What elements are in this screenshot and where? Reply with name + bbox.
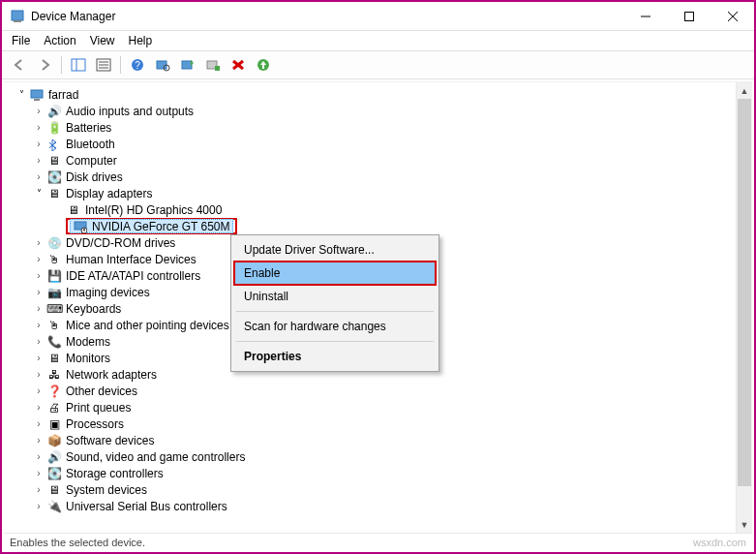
collapse-icon[interactable]: ˅: [33, 188, 45, 200]
close-button[interactable]: [711, 2, 754, 31]
maximize-button[interactable]: [667, 2, 711, 31]
expand-icon[interactable]: ›: [33, 418, 45, 430]
tree-item[interactable]: ›💽Storage controllers: [12, 465, 752, 481]
battery-icon: 🔋: [46, 120, 62, 136]
scroll-thumb[interactable]: [738, 99, 751, 486]
expand-icon[interactable]: ›: [33, 138, 45, 150]
tree-item[interactable]: ›💽Disk drives: [12, 169, 752, 185]
ctx-separator: [236, 341, 434, 342]
expand-icon[interactable]: ›: [33, 254, 45, 265]
expand-icon[interactable]: ›: [33, 369, 45, 381]
add-device-button[interactable]: [252, 54, 275, 76]
forward-button[interactable]: [33, 54, 56, 76]
tree-item-nvidia-gpu[interactable]: › NVIDIA GeForce GT 650M: [12, 218, 752, 234]
other-icon: ❓: [46, 384, 62, 399]
tree-item-intel-gpu[interactable]: ›🖥Intel(R) HD Graphics 4000: [12, 201, 752, 218]
expand-icon[interactable]: ›: [33, 106, 45, 117]
scroll-down-button[interactable]: ▼: [737, 516, 752, 533]
status-bar: Enables the selected device. wsxdn.com: [4, 533, 752, 550]
ctx-uninstall[interactable]: Uninstall: [234, 285, 436, 308]
expand-icon[interactable]: ›: [33, 484, 45, 496]
svg-rect-23: [34, 99, 40, 101]
vertical-scrollbar[interactable]: ▲ ▼: [736, 82, 752, 533]
ctx-update-driver[interactable]: Update Driver Software...: [234, 238, 436, 262]
menu-bar: File Action View Help: [2, 31, 754, 50]
svg-text:?: ?: [135, 60, 140, 71]
expand-icon[interactable]: ›: [33, 402, 45, 414]
system-icon: 🖥: [46, 482, 62, 498]
processor-icon: ▣: [46, 416, 62, 432]
network-icon: 🖧: [46, 367, 62, 383]
tree-item-display-adapters[interactable]: ˅🖥Display adapters: [12, 185, 752, 201]
scroll-up-button[interactable]: ▲: [737, 82, 752, 99]
expand-icon[interactable]: ›: [33, 270, 45, 282]
display-adapter-icon: 🖥: [46, 186, 62, 201]
display-adapter-icon: 🖥: [66, 202, 81, 218]
ctx-enable[interactable]: Enable: [234, 262, 436, 285]
expand-icon[interactable]: ›: [33, 451, 45, 463]
svg-rect-6: [72, 59, 85, 71]
toolbar: ?: [2, 50, 754, 79]
expand-icon[interactable]: ›: [33, 320, 45, 331]
tree-item[interactable]: ›▣Processors: [12, 416, 752, 432]
uninstall-button[interactable]: [227, 54, 250, 76]
expand-icon[interactable]: ›: [33, 435, 45, 446]
menu-file[interactable]: File: [12, 34, 30, 47]
expand-icon[interactable]: ›: [33, 171, 45, 183]
expand-icon[interactable]: ›: [33, 353, 45, 364]
tree-item[interactable]: ›🔊Sound, video and game controllers: [12, 448, 752, 465]
computer-icon: [29, 87, 45, 103]
tree-item[interactable]: ›🔊Audio inputs and outputs: [12, 103, 752, 119]
expand-icon[interactable]: ›: [33, 468, 45, 479]
properties-button[interactable]: [92, 54, 115, 76]
tree-item[interactable]: ›❓Other devices: [12, 383, 752, 399]
back-button[interactable]: [8, 54, 31, 76]
tree-item[interactable]: ›🖥System devices: [12, 481, 752, 498]
modem-icon: 📞: [46, 334, 62, 350]
tree-item[interactable]: ›🖥Computer: [12, 152, 752, 169]
expand-icon[interactable]: ›: [33, 287, 45, 298]
ctx-scan-hardware[interactable]: Scan for hardware changes: [234, 315, 436, 338]
status-text: Enables the selected device.: [10, 537, 145, 548]
help-button[interactable]: ?: [126, 54, 149, 76]
tree-item[interactable]: ›🔌Universal Serial Bus controllers: [12, 498, 752, 514]
expand-icon[interactable]: ›: [33, 237, 45, 249]
expand-icon[interactable]: ›: [33, 501, 45, 512]
minimize-button[interactable]: [623, 2, 667, 31]
tree-root[interactable]: ˅ farrad: [12, 86, 752, 103]
software-icon: 📦: [46, 433, 62, 448]
computer-icon: 🖥: [46, 153, 62, 169]
window-title: Device Manager: [31, 10, 115, 23]
tree-item[interactable]: ›📦Software devices: [12, 432, 752, 448]
svg-rect-16: [182, 61, 192, 69]
collapse-icon[interactable]: ˅: [15, 89, 27, 101]
bluetooth-icon: [46, 137, 62, 152]
expand-icon[interactable]: ›: [33, 155, 45, 167]
tree-item[interactable]: ›🔋Batteries: [12, 119, 752, 136]
selected-highlight: NVIDIA GeForce GT 650M: [66, 218, 237, 234]
expand-icon[interactable]: ›: [33, 122, 45, 134]
tree-item[interactable]: ›Bluetooth: [12, 136, 752, 152]
tree-item[interactable]: ›🖨Print queues: [12, 399, 752, 416]
svg-rect-3: [684, 12, 693, 20]
menu-action[interactable]: Action: [44, 34, 76, 47]
expand-icon[interactable]: ›: [33, 303, 45, 315]
show-hide-console-tree-button[interactable]: [67, 54, 90, 76]
tree-root-label: farrad: [48, 88, 78, 102]
svg-rect-18: [215, 66, 220, 71]
enable-device-button[interactable]: [201, 54, 225, 76]
disk-icon: 💽: [46, 169, 62, 185]
menu-help[interactable]: Help: [129, 34, 153, 47]
audio-icon: 🔊: [46, 104, 62, 119]
scan-hardware-button[interactable]: [151, 54, 174, 76]
display-adapter-disabled-icon: [73, 219, 88, 234]
monitor-icon: 🖥: [46, 351, 62, 366]
update-driver-button[interactable]: [176, 54, 199, 76]
watermark: wsxdn.com: [693, 537, 746, 548]
context-menu: Update Driver Software... Enable Uninsta…: [230, 234, 439, 372]
ctx-properties[interactable]: Properties: [234, 345, 436, 368]
menu-view[interactable]: View: [90, 34, 115, 47]
cdrom-icon: 💿: [46, 235, 62, 251]
expand-icon[interactable]: ›: [33, 336, 45, 348]
expand-icon[interactable]: ›: [33, 385, 45, 397]
